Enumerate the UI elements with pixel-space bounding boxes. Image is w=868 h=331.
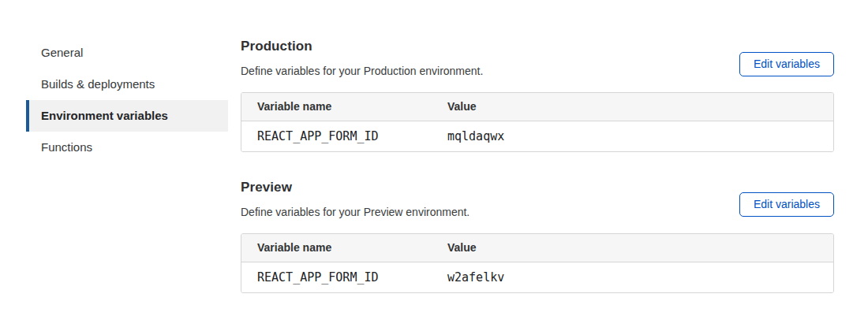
variable-value-cell: mqldaqwx (432, 121, 833, 151)
sidebar-item-builds-deployments[interactable]: Builds & deployments (26, 69, 228, 100)
preview-edit-variables-button[interactable]: Edit variables (739, 192, 834, 217)
variable-value-cell: w2afelkv (432, 262, 833, 292)
variable-name-cell: REACT_APP_FORM_ID (241, 121, 432, 151)
environment-variables-panel: Production Define variables for your Pro… (241, 0, 834, 293)
sidebar-item-environment-variables[interactable]: Environment variables (26, 100, 228, 132)
table-header-row: Variable name Value (241, 234, 833, 262)
table-row: REACT_APP_FORM_ID w2afelkv (241, 262, 833, 292)
settings-sidebar: General Builds & deployments Environment… (26, 37, 228, 163)
column-header-variable-name: Variable name (241, 234, 432, 262)
column-header-value: Value (432, 93, 833, 121)
table-header-row: Variable name Value (241, 93, 833, 121)
sidebar-item-functions[interactable]: Functions (26, 132, 228, 163)
table-row: REACT_APP_FORM_ID mqldaqwx (241, 121, 833, 151)
preview-section: Preview Define variables for your Previe… (241, 179, 834, 293)
column-header-value: Value (432, 234, 833, 262)
sidebar-item-general[interactable]: General (26, 37, 228, 69)
preview-variables-table: Variable name Value REACT_APP_FORM_ID w2… (241, 233, 834, 293)
production-variables-table: Variable name Value REACT_APP_FORM_ID mq… (241, 92, 834, 152)
column-header-variable-name: Variable name (241, 93, 432, 121)
production-section: Production Define variables for your Pro… (241, 0, 834, 152)
production-edit-variables-button[interactable]: Edit variables (739, 52, 834, 76)
variable-name-cell: REACT_APP_FORM_ID (241, 262, 432, 292)
